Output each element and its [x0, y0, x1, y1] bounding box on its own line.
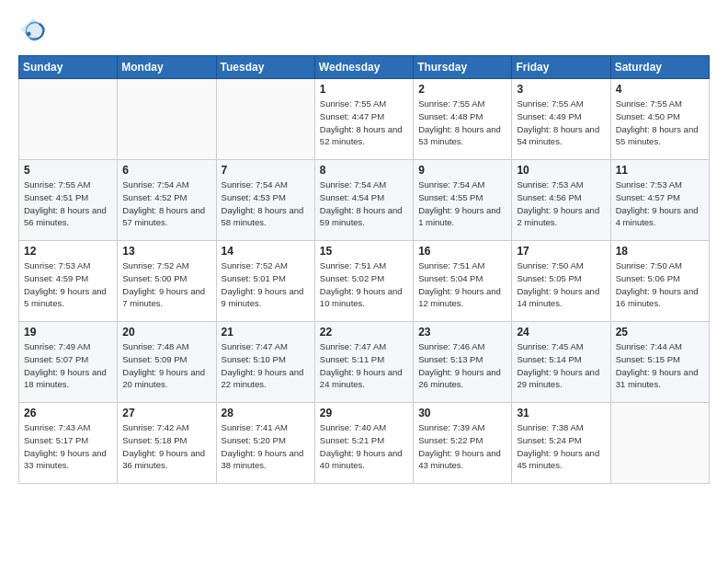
weekday-header-friday: Friday	[512, 56, 610, 79]
weekday-header-row: SundayMondayTuesdayWednesdayThursdayFrid…	[19, 56, 710, 79]
calendar-cell: 4Sunrise: 7:55 AM Sunset: 4:50 PM Daylig…	[610, 79, 709, 160]
calendar-cell: 21Sunrise: 7:47 AM Sunset: 5:10 PM Dayli…	[216, 322, 314, 403]
day-info: Sunrise: 7:42 AM Sunset: 5:18 PM Dayligh…	[122, 421, 210, 472]
day-info: Sunrise: 7:55 AM Sunset: 4:49 PM Dayligh…	[517, 98, 605, 148]
calendar-cell	[19, 79, 118, 160]
day-number: 12	[24, 245, 112, 258]
day-number: 9	[418, 164, 506, 177]
weekday-header-sunday: Sunday	[19, 56, 118, 79]
day-info: Sunrise: 7:54 AM Sunset: 4:53 PM Dayligh…	[222, 178, 310, 229]
week-row-4: 19Sunrise: 7:49 AM Sunset: 5:07 PM Dayli…	[19, 322, 710, 403]
day-number: 11	[616, 164, 704, 177]
day-info: Sunrise: 7:53 AM Sunset: 4:57 PM Dayligh…	[616, 178, 704, 229]
day-info: Sunrise: 7:55 AM Sunset: 4:48 PM Dayligh…	[418, 98, 506, 148]
day-info: Sunrise: 7:52 AM Sunset: 5:00 PM Dayligh…	[122, 259, 210, 310]
day-info: Sunrise: 7:47 AM Sunset: 5:10 PM Dayligh…	[222, 340, 310, 391]
page: SundayMondayTuesdayWednesdayThursdayFrid…	[0, 0, 728, 502]
day-number: 30	[418, 407, 506, 419]
day-number: 22	[320, 326, 408, 339]
svg-point-2	[27, 31, 31, 36]
calendar-cell: 26Sunrise: 7:43 AM Sunset: 5:17 PM Dayli…	[19, 403, 118, 484]
day-number: 31	[517, 407, 605, 419]
day-info: Sunrise: 7:54 AM Sunset: 4:52 PM Dayligh…	[122, 178, 210, 229]
day-number: 8	[320, 164, 408, 177]
day-number: 19	[24, 326, 112, 339]
day-info: Sunrise: 7:39 AM Sunset: 5:22 PM Dayligh…	[418, 421, 506, 472]
day-number: 7	[222, 164, 310, 177]
day-number: 23	[418, 326, 506, 339]
day-number: 14	[222, 245, 310, 258]
day-number: 4	[616, 83, 704, 96]
day-info: Sunrise: 7:51 AM Sunset: 5:04 PM Dayligh…	[418, 259, 506, 310]
day-info: Sunrise: 7:38 AM Sunset: 5:24 PM Dayligh…	[517, 421, 605, 472]
day-info: Sunrise: 7:47 AM Sunset: 5:11 PM Dayligh…	[320, 340, 408, 391]
calendar-cell: 20Sunrise: 7:48 AM Sunset: 5:09 PM Dayli…	[118, 322, 216, 403]
calendar-cell: 19Sunrise: 7:49 AM Sunset: 5:07 PM Dayli…	[19, 322, 118, 403]
calendar-cell: 15Sunrise: 7:51 AM Sunset: 5:02 PM Dayli…	[314, 241, 413, 322]
day-info: Sunrise: 7:43 AM Sunset: 5:17 PM Dayligh…	[24, 421, 112, 472]
day-info: Sunrise: 7:55 AM Sunset: 4:50 PM Dayligh…	[616, 98, 704, 148]
day-number: 1	[320, 83, 408, 96]
calendar-cell: 2Sunrise: 7:55 AM Sunset: 4:48 PM Daylig…	[414, 79, 512, 160]
calendar-cell: 12Sunrise: 7:53 AM Sunset: 4:59 PM Dayli…	[19, 241, 118, 322]
calendar-cell: 3Sunrise: 7:55 AM Sunset: 4:49 PM Daylig…	[512, 79, 610, 160]
day-number: 2	[418, 83, 506, 96]
calendar-cell: 22Sunrise: 7:47 AM Sunset: 5:11 PM Dayli…	[314, 322, 413, 403]
calendar-cell: 27Sunrise: 7:42 AM Sunset: 5:18 PM Dayli…	[118, 403, 216, 484]
weekday-header-tuesday: Tuesday	[216, 56, 314, 79]
calendar-cell: 6Sunrise: 7:54 AM Sunset: 4:52 PM Daylig…	[118, 160, 216, 241]
calendar-cell: 28Sunrise: 7:41 AM Sunset: 5:20 PM Dayli…	[216, 403, 314, 484]
day-info: Sunrise: 7:45 AM Sunset: 5:14 PM Dayligh…	[517, 340, 605, 391]
day-info: Sunrise: 7:41 AM Sunset: 5:20 PM Dayligh…	[222, 421, 310, 472]
weekday-header-saturday: Saturday	[610, 56, 709, 79]
day-number: 6	[122, 164, 210, 177]
weekday-header-monday: Monday	[118, 56, 216, 79]
calendar-cell: 7Sunrise: 7:54 AM Sunset: 4:53 PM Daylig…	[216, 160, 314, 241]
day-info: Sunrise: 7:54 AM Sunset: 4:54 PM Dayligh…	[320, 178, 408, 229]
day-number: 25	[616, 326, 704, 339]
calendar-cell: 9Sunrise: 7:54 AM Sunset: 4:55 PM Daylig…	[414, 160, 512, 241]
day-info: Sunrise: 7:50 AM Sunset: 5:05 PM Dayligh…	[517, 259, 605, 310]
calendar-cell: 5Sunrise: 7:55 AM Sunset: 4:51 PM Daylig…	[19, 160, 118, 241]
day-number: 5	[24, 164, 112, 177]
calendar-cell: 17Sunrise: 7:50 AM Sunset: 5:05 PM Dayli…	[512, 241, 610, 322]
day-info: Sunrise: 7:53 AM Sunset: 4:59 PM Dayligh…	[24, 259, 112, 310]
day-number: 20	[122, 326, 210, 339]
logo	[18, 15, 51, 44]
calendar-cell: 10Sunrise: 7:53 AM Sunset: 4:56 PM Dayli…	[512, 160, 610, 241]
calendar-cell: 14Sunrise: 7:52 AM Sunset: 5:01 PM Dayli…	[216, 241, 314, 322]
calendar-cell	[610, 403, 709, 484]
calendar-table: SundayMondayTuesdayWednesdayThursdayFrid…	[18, 55, 710, 484]
logo-icon	[18, 15, 48, 44]
calendar-cell: 16Sunrise: 7:51 AM Sunset: 5:04 PM Dayli…	[414, 241, 512, 322]
day-info: Sunrise: 7:53 AM Sunset: 4:56 PM Dayligh…	[517, 178, 605, 229]
calendar-cell: 31Sunrise: 7:38 AM Sunset: 5:24 PM Dayli…	[512, 403, 610, 484]
day-info: Sunrise: 7:48 AM Sunset: 5:09 PM Dayligh…	[122, 340, 210, 391]
day-info: Sunrise: 7:40 AM Sunset: 5:21 PM Dayligh…	[320, 421, 408, 472]
calendar-cell	[118, 79, 216, 160]
day-number: 3	[517, 83, 605, 96]
calendar-cell: 11Sunrise: 7:53 AM Sunset: 4:57 PM Dayli…	[610, 160, 709, 241]
calendar-cell: 18Sunrise: 7:50 AM Sunset: 5:06 PM Dayli…	[610, 241, 709, 322]
calendar-cell: 8Sunrise: 7:54 AM Sunset: 4:54 PM Daylig…	[314, 160, 413, 241]
day-number: 17	[517, 245, 605, 258]
header	[18, 15, 710, 44]
day-number: 24	[517, 326, 605, 339]
day-number: 26	[24, 407, 112, 419]
day-number: 16	[418, 245, 506, 258]
calendar-cell: 25Sunrise: 7:44 AM Sunset: 5:15 PM Dayli…	[610, 322, 709, 403]
day-number: 29	[320, 407, 408, 419]
day-number: 21	[222, 326, 310, 339]
calendar-cell	[216, 79, 314, 160]
week-row-5: 26Sunrise: 7:43 AM Sunset: 5:17 PM Dayli…	[19, 403, 710, 484]
day-number: 10	[517, 164, 605, 177]
day-info: Sunrise: 7:50 AM Sunset: 5:06 PM Dayligh…	[616, 259, 704, 310]
week-row-1: 1Sunrise: 7:55 AM Sunset: 4:47 PM Daylig…	[19, 79, 710, 160]
calendar-cell: 24Sunrise: 7:45 AM Sunset: 5:14 PM Dayli…	[512, 322, 610, 403]
day-info: Sunrise: 7:55 AM Sunset: 4:51 PM Dayligh…	[24, 178, 112, 229]
calendar-cell: 29Sunrise: 7:40 AM Sunset: 5:21 PM Dayli…	[314, 403, 413, 484]
calendar-cell: 13Sunrise: 7:52 AM Sunset: 5:00 PM Dayli…	[118, 241, 216, 322]
calendar-cell: 23Sunrise: 7:46 AM Sunset: 5:13 PM Dayli…	[414, 322, 512, 403]
day-info: Sunrise: 7:49 AM Sunset: 5:07 PM Dayligh…	[24, 340, 112, 391]
calendar-cell: 1Sunrise: 7:55 AM Sunset: 4:47 PM Daylig…	[314, 79, 413, 160]
